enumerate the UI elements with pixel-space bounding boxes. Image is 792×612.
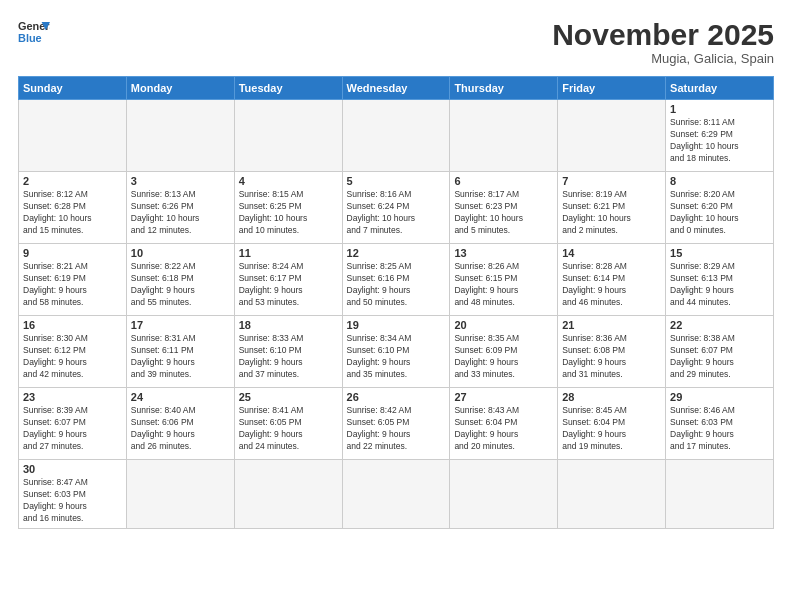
day-number: 28	[562, 391, 661, 403]
svg-text:Blue: Blue	[18, 32, 42, 44]
table-row: 27Sunrise: 8:43 AM Sunset: 6:04 PM Dayli…	[450, 388, 558, 460]
col-sunday: Sunday	[19, 77, 127, 100]
table-row: 26Sunrise: 8:42 AM Sunset: 6:05 PM Dayli…	[342, 388, 450, 460]
table-row: 8Sunrise: 8:20 AM Sunset: 6:20 PM Daylig…	[666, 172, 774, 244]
table-row: 19Sunrise: 8:34 AM Sunset: 6:10 PM Dayli…	[342, 316, 450, 388]
day-number: 30	[23, 463, 122, 475]
generalblue-logo-icon: General Blue	[18, 18, 50, 46]
day-number: 12	[347, 247, 446, 259]
table-row: 5Sunrise: 8:16 AM Sunset: 6:24 PM Daylig…	[342, 172, 450, 244]
table-row: 15Sunrise: 8:29 AM Sunset: 6:13 PM Dayli…	[666, 244, 774, 316]
calendar-week-row: 30Sunrise: 8:47 AM Sunset: 6:03 PM Dayli…	[19, 460, 774, 529]
day-number: 27	[454, 391, 553, 403]
table-row	[126, 460, 234, 529]
table-row: 24Sunrise: 8:40 AM Sunset: 6:06 PM Dayli…	[126, 388, 234, 460]
table-row	[234, 100, 342, 172]
day-info: Sunrise: 8:19 AM Sunset: 6:21 PM Dayligh…	[562, 189, 661, 237]
table-row	[450, 460, 558, 529]
calendar-header-row: Sunday Monday Tuesday Wednesday Thursday…	[19, 77, 774, 100]
day-number: 8	[670, 175, 769, 187]
table-row: 25Sunrise: 8:41 AM Sunset: 6:05 PM Dayli…	[234, 388, 342, 460]
day-info: Sunrise: 8:12 AM Sunset: 6:28 PM Dayligh…	[23, 189, 122, 237]
table-row	[19, 100, 127, 172]
table-row: 16Sunrise: 8:30 AM Sunset: 6:12 PM Dayli…	[19, 316, 127, 388]
day-info: Sunrise: 8:43 AM Sunset: 6:04 PM Dayligh…	[454, 405, 553, 453]
day-number: 4	[239, 175, 338, 187]
day-info: Sunrise: 8:42 AM Sunset: 6:05 PM Dayligh…	[347, 405, 446, 453]
calendar-week-row: 1Sunrise: 8:11 AM Sunset: 6:29 PM Daylig…	[19, 100, 774, 172]
day-number: 10	[131, 247, 230, 259]
day-info: Sunrise: 8:13 AM Sunset: 6:26 PM Dayligh…	[131, 189, 230, 237]
table-row	[450, 100, 558, 172]
table-row: 10Sunrise: 8:22 AM Sunset: 6:18 PM Dayli…	[126, 244, 234, 316]
day-number: 14	[562, 247, 661, 259]
day-info: Sunrise: 8:30 AM Sunset: 6:12 PM Dayligh…	[23, 333, 122, 381]
day-info: Sunrise: 8:16 AM Sunset: 6:24 PM Dayligh…	[347, 189, 446, 237]
location-subtitle: Mugia, Galicia, Spain	[552, 51, 774, 66]
month-title: November 2025	[552, 18, 774, 51]
table-row: 7Sunrise: 8:19 AM Sunset: 6:21 PM Daylig…	[558, 172, 666, 244]
day-info: Sunrise: 8:31 AM Sunset: 6:11 PM Dayligh…	[131, 333, 230, 381]
table-row: 4Sunrise: 8:15 AM Sunset: 6:25 PM Daylig…	[234, 172, 342, 244]
day-info: Sunrise: 8:25 AM Sunset: 6:16 PM Dayligh…	[347, 261, 446, 309]
table-row: 1Sunrise: 8:11 AM Sunset: 6:29 PM Daylig…	[666, 100, 774, 172]
day-info: Sunrise: 8:34 AM Sunset: 6:10 PM Dayligh…	[347, 333, 446, 381]
day-number: 7	[562, 175, 661, 187]
day-number: 3	[131, 175, 230, 187]
day-info: Sunrise: 8:46 AM Sunset: 6:03 PM Dayligh…	[670, 405, 769, 453]
table-row: 17Sunrise: 8:31 AM Sunset: 6:11 PM Dayli…	[126, 316, 234, 388]
calendar-week-row: 9Sunrise: 8:21 AM Sunset: 6:19 PM Daylig…	[19, 244, 774, 316]
table-row: 29Sunrise: 8:46 AM Sunset: 6:03 PM Dayli…	[666, 388, 774, 460]
day-number: 16	[23, 319, 122, 331]
calendar-week-row: 2Sunrise: 8:12 AM Sunset: 6:28 PM Daylig…	[19, 172, 774, 244]
table-row: 21Sunrise: 8:36 AM Sunset: 6:08 PM Dayli…	[558, 316, 666, 388]
day-info: Sunrise: 8:35 AM Sunset: 6:09 PM Dayligh…	[454, 333, 553, 381]
day-number: 9	[23, 247, 122, 259]
table-row: 20Sunrise: 8:35 AM Sunset: 6:09 PM Dayli…	[450, 316, 558, 388]
day-info: Sunrise: 8:38 AM Sunset: 6:07 PM Dayligh…	[670, 333, 769, 381]
day-info: Sunrise: 8:24 AM Sunset: 6:17 PM Dayligh…	[239, 261, 338, 309]
table-row: 3Sunrise: 8:13 AM Sunset: 6:26 PM Daylig…	[126, 172, 234, 244]
day-info: Sunrise: 8:22 AM Sunset: 6:18 PM Dayligh…	[131, 261, 230, 309]
day-number: 19	[347, 319, 446, 331]
day-info: Sunrise: 8:28 AM Sunset: 6:14 PM Dayligh…	[562, 261, 661, 309]
day-info: Sunrise: 8:36 AM Sunset: 6:08 PM Dayligh…	[562, 333, 661, 381]
day-number: 23	[23, 391, 122, 403]
table-row	[558, 460, 666, 529]
day-number: 18	[239, 319, 338, 331]
day-number: 2	[23, 175, 122, 187]
table-row	[558, 100, 666, 172]
day-number: 22	[670, 319, 769, 331]
page: General Blue November 2025 Mugia, Galici…	[0, 0, 792, 612]
col-tuesday: Tuesday	[234, 77, 342, 100]
table-row: 9Sunrise: 8:21 AM Sunset: 6:19 PM Daylig…	[19, 244, 127, 316]
table-row: 28Sunrise: 8:45 AM Sunset: 6:04 PM Dayli…	[558, 388, 666, 460]
table-row	[126, 100, 234, 172]
table-row: 6Sunrise: 8:17 AM Sunset: 6:23 PM Daylig…	[450, 172, 558, 244]
table-row: 30Sunrise: 8:47 AM Sunset: 6:03 PM Dayli…	[19, 460, 127, 529]
day-info: Sunrise: 8:33 AM Sunset: 6:10 PM Dayligh…	[239, 333, 338, 381]
col-friday: Friday	[558, 77, 666, 100]
day-number: 29	[670, 391, 769, 403]
col-saturday: Saturday	[666, 77, 774, 100]
table-row: 13Sunrise: 8:26 AM Sunset: 6:15 PM Dayli…	[450, 244, 558, 316]
day-info: Sunrise: 8:15 AM Sunset: 6:25 PM Dayligh…	[239, 189, 338, 237]
table-row: 22Sunrise: 8:38 AM Sunset: 6:07 PM Dayli…	[666, 316, 774, 388]
day-number: 24	[131, 391, 230, 403]
day-number: 13	[454, 247, 553, 259]
day-number: 1	[670, 103, 769, 115]
day-number: 21	[562, 319, 661, 331]
table-row	[234, 460, 342, 529]
day-info: Sunrise: 8:21 AM Sunset: 6:19 PM Dayligh…	[23, 261, 122, 309]
table-row: 11Sunrise: 8:24 AM Sunset: 6:17 PM Dayli…	[234, 244, 342, 316]
table-row: 12Sunrise: 8:25 AM Sunset: 6:16 PM Dayli…	[342, 244, 450, 316]
title-block: November 2025 Mugia, Galicia, Spain	[552, 18, 774, 66]
day-info: Sunrise: 8:40 AM Sunset: 6:06 PM Dayligh…	[131, 405, 230, 453]
col-thursday: Thursday	[450, 77, 558, 100]
day-info: Sunrise: 8:20 AM Sunset: 6:20 PM Dayligh…	[670, 189, 769, 237]
calendar-table: Sunday Monday Tuesday Wednesday Thursday…	[18, 76, 774, 529]
table-row: 14Sunrise: 8:28 AM Sunset: 6:14 PM Dayli…	[558, 244, 666, 316]
calendar-week-row: 23Sunrise: 8:39 AM Sunset: 6:07 PM Dayli…	[19, 388, 774, 460]
day-number: 25	[239, 391, 338, 403]
table-row: 18Sunrise: 8:33 AM Sunset: 6:10 PM Dayli…	[234, 316, 342, 388]
